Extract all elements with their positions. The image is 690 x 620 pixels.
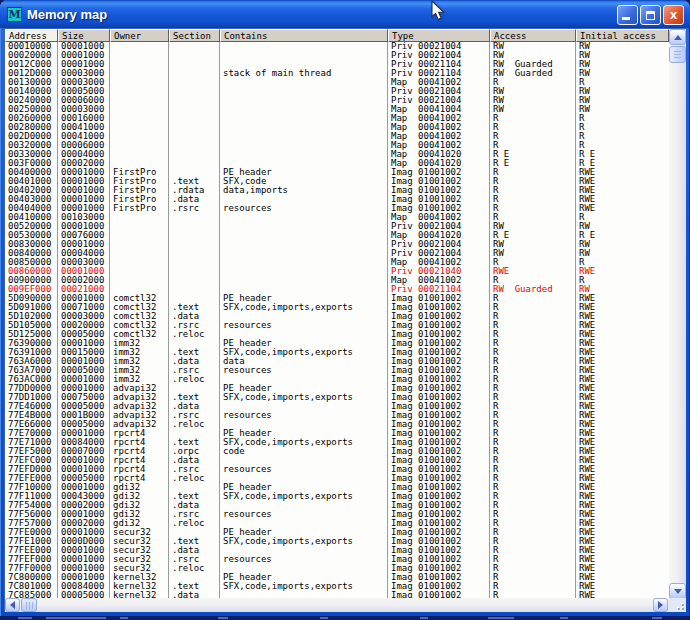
table-row[interactable]: 77DD100000075000advapi32.textSFX,code,im… <box>5 393 669 402</box>
table-row[interactable]: 77F5600000001000gdi32.rsrcresourcesImag … <box>5 510 669 519</box>
table-row[interactable]: 77EFC00000001000rpcrt4.dataImag 01001002… <box>5 456 669 465</box>
table-row[interactable]: 77E4B0000001B000advapi32.rsrcresourcesIm… <box>5 411 669 420</box>
table-row[interactable]: 0032000000006000Map 00041002RR <box>5 141 669 150</box>
table-row[interactable]: 0040200000001000FirstPro.rdatadata,impor… <box>5 186 669 195</box>
scroll-right-button[interactable] <box>653 598 668 612</box>
table-row[interactable]: 7C80000000001000kernel32PE headerImag 01… <box>5 573 669 582</box>
column-header-initial-access[interactable]: Initial access <box>576 29 669 42</box>
table-row[interactable]: 0024000000006000Priv 00021004RWRW <box>5 96 669 105</box>
column-header-access[interactable]: Access <box>490 29 576 42</box>
table-row[interactable]: 77F1000000001000gdi32PE headerImag 01001… <box>5 483 669 492</box>
cell-size: 00005000 <box>58 402 110 411</box>
table-row[interactable]: 77E7000000001000rpcrt4PE headerImag 0100… <box>5 429 669 438</box>
table-row[interactable]: 77F5700000002000gdi32.relocImag 01001002… <box>5 519 669 528</box>
table-row[interactable]: 0090000000002000Map 00041002RR <box>5 276 669 285</box>
horizontal-scrollbar[interactable] <box>5 598 686 612</box>
table-row[interactable]: 77E7100000084000rpcrt4.textSFX,code,impo… <box>5 438 669 447</box>
table-row[interactable]: 0041000000103000Map 00041002RR <box>5 213 669 222</box>
cell-owner: secur32 <box>110 546 169 555</box>
column-header-owner[interactable]: Owner <box>110 29 169 42</box>
column-header-section[interactable]: Section <box>169 29 220 42</box>
table-row[interactable]: 0001000000001000Priv 00021004RWRW <box>5 42 669 51</box>
table-row[interactable]: 0025000000003000Map 00041004RWRW <box>5 105 669 114</box>
cell-initial_access: R <box>576 258 669 267</box>
column-header-size[interactable]: Size <box>58 29 110 42</box>
table-row[interactable]: 77EFD00000001000rpcrt4.rsrcresourcesImag… <box>5 465 669 474</box>
table-row[interactable]: 77E4600000005000advapi32.dataImag 010010… <box>5 402 669 411</box>
table-row[interactable]: 77F5400000002000gdi32.dataImag 01001002R… <box>5 501 669 510</box>
scroll-left-button[interactable] <box>5 598 20 612</box>
table-row[interactable]: 0040100000001000FirstPro.textSFX,codeIma… <box>5 177 669 186</box>
table-row[interactable]: 0002000000001000Priv 00021004RWRW <box>5 51 669 60</box>
table-row[interactable]: 7639100000015000imm32.textSFX,code,impor… <box>5 348 669 357</box>
cell-owner: kernel32 <box>110 573 169 582</box>
vertical-scroll-thumb[interactable] <box>669 46 686 63</box>
table-row[interactable]: 5D12500000005000comctl32.relocImag 01001… <box>5 330 669 339</box>
table-row[interactable]: 0086000000001000Priv 00021040RWERWE <box>5 267 669 276</box>
table-row[interactable]: 0012D00000003000stack of main threadPriv… <box>5 69 669 78</box>
resize-grip[interactable] <box>669 598 686 612</box>
table-row[interactable]: 77EFE00000005000rpcrt4.relocImag 0100100… <box>5 474 669 483</box>
table-row[interactable]: 763A600000001000imm32.datadataImag 01001… <box>5 357 669 366</box>
scroll-down-button[interactable] <box>669 583 686 599</box>
table-row[interactable]: 5D10500000020000comctl32.rsrcresourcesIm… <box>5 321 669 330</box>
table-row[interactable]: 77EF500000007000rpcrt4.orpccodeImag 0100… <box>5 447 669 456</box>
cell-section: .reloc <box>169 474 220 483</box>
table-row[interactable]: 0033000000004000Map 00041020R ER E <box>5 150 669 159</box>
table-row[interactable]: 0014000000005000Priv 00021004RWRW <box>5 87 669 96</box>
maximize-button[interactable] <box>640 5 661 25</box>
cell-type: Imag 01001002 <box>388 582 490 591</box>
table-row[interactable]: 003F000000002000Map 00041020R ER E <box>5 159 669 168</box>
table-row[interactable]: 0040000000001000FirstProPE headerImag 01… <box>5 168 669 177</box>
scroll-up-button[interactable] <box>669 29 686 45</box>
table-row[interactable]: 0040400000001000FirstPro.rsrcresourcesIm… <box>5 204 669 213</box>
cell-size: 00001000 <box>58 42 110 51</box>
table-row[interactable]: 77FF000000001000secur32.relocImag 010010… <box>5 564 669 573</box>
titlebar[interactable]: M Memory map x <box>0 0 690 28</box>
table-row[interactable]: 7639000000001000imm32PE headerImag 01001… <box>5 339 669 348</box>
table-row[interactable]: 0040300000001000FirstPro.dataImag 010010… <box>5 195 669 204</box>
table-row[interactable]: 009EF00000021000Priv 00021104RW GuardedR… <box>5 285 669 294</box>
cell-address: 00520000 <box>5 222 58 231</box>
cell-initial_access: RWE <box>576 429 669 438</box>
table-row[interactable]: 77DD000000001000advapi32PE headerImag 01… <box>5 384 669 393</box>
memory-table[interactable]: 0001000000001000Priv 00021004RWRW0002000… <box>5 42 669 599</box>
cell-address: 00401000 <box>5 177 58 186</box>
cell-section: .rsrc <box>169 366 220 375</box>
table-row[interactable]: 77E6600000005000advapi32.relocImag 01001… <box>5 420 669 429</box>
table-row[interactable]: 0052000000001000Priv 00021004RWRW <box>5 222 669 231</box>
table-row[interactable]: 002D000000041000Map 00041002RR <box>5 132 669 141</box>
cell-type: Imag 01001002 <box>388 564 490 573</box>
table-row[interactable]: 763AC00000001000imm32.relocImag 01001002… <box>5 375 669 384</box>
horizontal-scroll-thumb[interactable] <box>21 598 37 612</box>
minimize-button[interactable] <box>617 5 638 25</box>
table-row[interactable]: 77FEF00000001000secur32.rsrcresourcesIma… <box>5 555 669 564</box>
table-row[interactable]: 0026000000016000Map 00041002RR <box>5 114 669 123</box>
table-row[interactable]: 0084000000004000Priv 00021004RWRW <box>5 249 669 258</box>
table-row[interactable]: 0028000000041000Map 00041002RR <box>5 123 669 132</box>
column-header-contains[interactable]: Contains <box>220 29 388 42</box>
table-row[interactable]: 77F1100000043000gdi32.textSFX,code,impor… <box>5 492 669 501</box>
table-row[interactable]: 7C80100000084000kernel32.textSFX,code,im… <box>5 582 669 591</box>
cell-size: 00076000 <box>58 231 110 240</box>
table-row[interactable]: 5D10200000003000comctl32.dataImag 010010… <box>5 312 669 321</box>
cell-contains: PE header <box>220 429 388 438</box>
table-row[interactable]: 77FE10000000D000secur32.textSFX,code,imp… <box>5 537 669 546</box>
column-header-type[interactable]: Type <box>388 29 490 42</box>
table-row[interactable]: 5D09100000071000comctl32.textSFX,code,im… <box>5 303 669 312</box>
table-row[interactable]: 0053000000076000Map 00041020R ER E <box>5 231 669 240</box>
close-button[interactable]: x <box>663 5 684 25</box>
table-row[interactable]: 0085000000003000Map 00041002RR <box>5 258 669 267</box>
column-header-address[interactable]: Address <box>5 29 58 42</box>
vertical-scrollbar[interactable] <box>669 29 686 599</box>
table-row[interactable]: 0083000000001000Priv 00021004RWRW <box>5 240 669 249</box>
table-row[interactable]: 5D09000000001000comctl32PE headerImag 01… <box>5 294 669 303</box>
cell-owner: comctl32 <box>110 330 169 339</box>
table-row[interactable]: 763A700000005000imm32.rsrcresourcesImag … <box>5 366 669 375</box>
table-row[interactable]: 0013000000003000Map 00041002RR <box>5 78 669 87</box>
table-row[interactable]: 0012C00000001000Priv 00021104RW GuardedR… <box>5 60 669 69</box>
table-row[interactable]: 77FEE00000001000secur32.dataImag 0100100… <box>5 546 669 555</box>
table-row[interactable]: 77FE000000001000secur32PE headerImag 010… <box>5 528 669 537</box>
cell-contains <box>220 96 388 105</box>
cell-contains <box>220 501 388 510</box>
